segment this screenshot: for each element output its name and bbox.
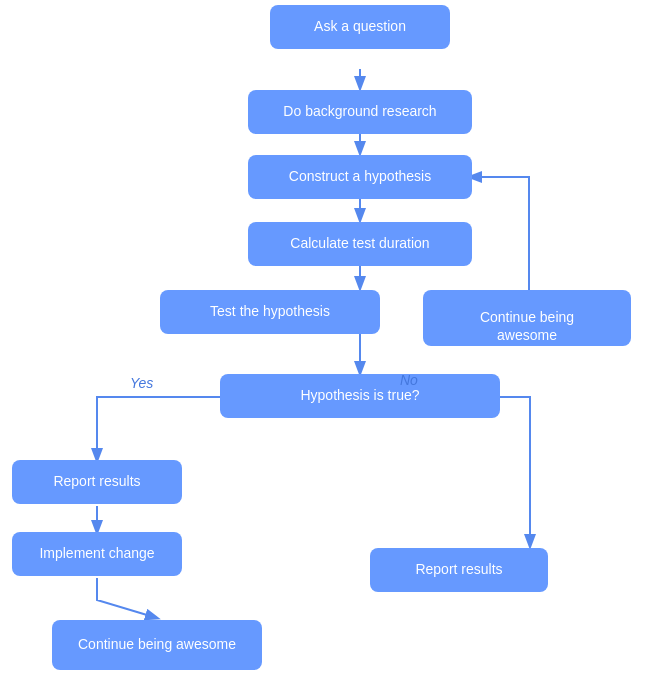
ask-question-label: Ask a question — [314, 18, 406, 34]
continue-awesome-right-label2: awesome — [497, 327, 557, 343]
report-results-left-label: Report results — [53, 473, 140, 489]
arrow-no-branch — [468, 397, 530, 546]
background-research-label: Do background research — [283, 103, 436, 119]
construct-hypothesis-label: Construct a hypothesis — [289, 168, 431, 184]
no-label: No — [400, 372, 418, 388]
hypothesis-true-label: Hypothesis is true? — [300, 387, 419, 403]
implement-change-label: Implement change — [39, 545, 154, 561]
arrow-continue-to-construct — [470, 177, 529, 302]
continue-awesome-left-label: Continue being awesome — [78, 636, 236, 652]
yes-label: Yes — [130, 375, 153, 391]
report-results-right-label: Report results — [415, 561, 502, 577]
test-hypothesis-label: Test the hypothesis — [210, 303, 330, 319]
arrow-implement-to-continue — [97, 578, 157, 618]
calculate-duration-label: Calculate test duration — [290, 235, 429, 251]
continue-awesome-right-label: Continue being — [480, 309, 574, 325]
